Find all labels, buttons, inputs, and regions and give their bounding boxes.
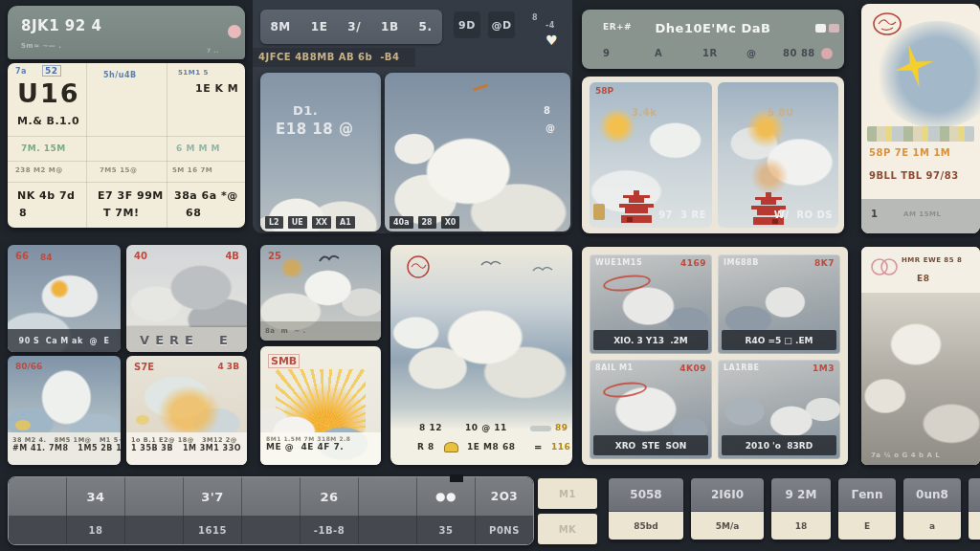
- key-2[interactable]: 2I6I0 5M/a: [691, 478, 764, 540]
- pagoda-card-2[interactable]: 5 8U W/ RO DS: [718, 82, 838, 228]
- mist-mountain-card[interactable]: HMR EWE 85 8 E8 7a ¼ o G 4 b A L: [861, 247, 980, 465]
- card-label: 3.4k: [632, 107, 657, 118]
- forecast-cell[interactable]: 26: [301, 477, 359, 516]
- sketch-tile-2[interactable]: MK: [538, 514, 597, 544]
- data-strip: 1o B.1 E2@ 18@ 3M12 2@ 1 35B 3B 1M 3M1 3…: [126, 432, 247, 465]
- forecast-cell-low[interactable]: 35: [417, 516, 476, 544]
- key-1[interactable]: 5058 85bd: [609, 478, 683, 540]
- header-subtitle: 5m≈ ~— .: [21, 42, 61, 50]
- panel-icon-3[interactable]: 1R: [702, 48, 718, 58]
- red-stamp: 84: [40, 253, 53, 262]
- top-left-header: 8JK1 92 4 5m≈ ~— . 7 ..: [8, 6, 245, 59]
- overlay-line2: E18 18 @: [276, 121, 353, 138]
- col2-note: 5h/u4B: [103, 71, 137, 79]
- weather-card-f[interactable]: SMB 8M1 1.5M 7M 318M 2.8 ME @ 4E 4F 7.: [260, 346, 381, 465]
- card-num: 4K09: [679, 364, 706, 373]
- forecast-cell-low[interactable]: [125, 516, 184, 544]
- column-divider: [167, 63, 167, 228]
- pink-dot[interactable]: [821, 48, 833, 59]
- key-top-label: 0un8: [903, 478, 961, 512]
- misty-card-1[interactable]: WUE1M1S 4169 XIO. 3 Y13 .2M: [590, 254, 712, 354]
- weather-card-e[interactable]: 25 8a m ~ .: [260, 245, 381, 341]
- sky-panel-right[interactable]: 8 @ 40a 28 X0: [385, 73, 570, 231]
- sketch-mark: MK: [559, 524, 577, 535]
- panel-icon-5[interactable]: 80 88: [783, 48, 815, 58]
- key-6[interactable]: 8I: [969, 478, 980, 540]
- gold-number: 89: [555, 423, 568, 432]
- tool-icon-4[interactable]: 1B: [381, 20, 399, 33]
- forecast-cell[interactable]: [9, 477, 67, 516]
- forecast-cell[interactable]: ●●: [417, 477, 476, 516]
- glyph-cluster: 8 12: [419, 423, 442, 432]
- tool-icon-1[interactable]: 8M: [271, 20, 291, 33]
- column-divider: [86, 63, 87, 228]
- weather-card-a[interactable]: 66 84 90 S Ca M ak @ E: [8, 245, 121, 352]
- panel-icon-4[interactable]: @: [746, 48, 757, 58]
- red-stamp: 66: [15, 251, 29, 261]
- forecast-bar: 34 3'7 26 ●● 2O3 18 1615 -1B-8 35 P0NS: [8, 476, 534, 545]
- bold-cell-b: E7 3F 99M: [98, 189, 164, 202]
- forecast-cell-low[interactable]: [359, 516, 417, 544]
- status-dot[interactable]: [228, 25, 241, 38]
- embossed-bar: VERE E: [126, 327, 247, 352]
- green-metric-right: 6 M M M: [176, 143, 220, 153]
- key-3[interactable]: 9 2M 18: [771, 478, 831, 540]
- heart-icon[interactable]: ♥: [546, 33, 558, 48]
- red-row: 9BLL TBL 97/83: [869, 170, 959, 181]
- footer-glyphs: 7a ¼ o G 4 b A L: [871, 452, 940, 459]
- forecast-cell[interactable]: 2O3: [476, 477, 533, 516]
- tool-icon-5[interactable]: 5.: [419, 20, 433, 33]
- forecast-cell[interactable]: [242, 477, 301, 516]
- window-control-1[interactable]: [815, 24, 826, 33]
- red-stamp: 25: [268, 251, 281, 261]
- square-button-1[interactable]: 9D: [454, 11, 480, 38]
- window-control-2[interactable]: [829, 24, 839, 33]
- data-row-1: 1o B.1 E2@ 18@ 3M12 2@: [131, 436, 237, 444]
- card-head: LA1RBE: [724, 364, 760, 372]
- tiles-strip: [867, 126, 974, 142]
- panel-icon-1[interactable]: 9: [603, 48, 610, 58]
- panel-icon-2[interactable]: A: [655, 48, 662, 58]
- caption-chips: L2 UE XX A1: [260, 213, 381, 231]
- key-4[interactable]: Γenn E: [838, 478, 896, 540]
- clouds: [861, 293, 980, 465]
- sun-card[interactable]: 58P 7E 1M 1M 9BLL TBL 97/83 1 AM 15ML: [861, 4, 980, 233]
- key-top-label: 5058: [609, 478, 683, 512]
- tool-icon-3[interactable]: 3/: [347, 20, 361, 33]
- forecast-bottom-row: 18 1615 -1B-8 35 P0NS: [9, 516, 533, 544]
- forecast-cell-low[interactable]: 1615: [184, 516, 242, 544]
- gold-patch: [279, 258, 304, 277]
- weather-card-c[interactable]: 80/66 38 M2 4. 8M5 1M@ M1 5+9 18 #M 41. …: [8, 356, 121, 465]
- row-divider: [8, 136, 245, 137]
- forecast-cell[interactable]: 3'7: [184, 477, 242, 516]
- red-stamp: SMB: [268, 354, 300, 368]
- forecast-cell[interactable]: [359, 477, 417, 516]
- forecast-cell[interactable]: [125, 477, 184, 516]
- key-5[interactable]: 0un8 a: [903, 478, 961, 540]
- forecast-cell-low[interactable]: -1B-8: [301, 516, 359, 544]
- pagoda-icon: [746, 191, 791, 226]
- misty-card-4[interactable]: LA1RBE 1M3 2010 'o 83RD: [718, 360, 840, 459]
- forecast-cell-low[interactable]: [9, 516, 67, 544]
- square-button-2[interactable]: @D: [488, 11, 515, 38]
- tool-icon-2[interactable]: 1E: [311, 20, 328, 33]
- sky-panel-left[interactable]: D1. E18 18 @ L2 UE XX A1: [260, 73, 381, 231]
- forecast-cell-low[interactable]: [242, 516, 301, 544]
- small-cell: 238 M2 M@: [15, 166, 63, 174]
- weather-card-d[interactable]: S7E 4 3B 1o B.1 E2@ 18@ 3M12 2@ 1 35B 3B…: [126, 356, 247, 465]
- sketch-tile-1[interactable]: M1: [538, 478, 597, 509]
- caption-strip: 90 S Ca M ak @ E: [8, 329, 121, 352]
- forecast-cell-low[interactable]: P0NS: [476, 516, 533, 544]
- card-head: IM688B: [724, 258, 759, 267]
- small-cell: 7M5 15@: [100, 166, 137, 174]
- forecast-cell-low[interactable]: 18: [67, 516, 125, 544]
- embossed-text: VERE E: [140, 333, 234, 347]
- sky-mark-1: 8: [544, 105, 550, 116]
- misty-card-2[interactable]: IM688B 8K7 R4O =5 □ .EM: [718, 254, 840, 354]
- misty-card-3[interactable]: 8AIL M1 4K09 XRO STE SON: [590, 360, 712, 459]
- tall-cloud-card[interactable]: 8 12 10 @ 11 89 R 8 1E M8 68 = 116: [390, 245, 572, 465]
- summary-table-card[interactable]: 7a 52 U16 M.& B.1.0 5h/u4B 51M1 5 1E K M…: [8, 63, 245, 228]
- forecast-cell[interactable]: 34: [67, 477, 125, 516]
- pagoda-card-1[interactable]: 58P 3.4k 97 3 RE: [590, 82, 712, 228]
- weather-card-b[interactable]: 40 4B VERE E: [126, 245, 247, 352]
